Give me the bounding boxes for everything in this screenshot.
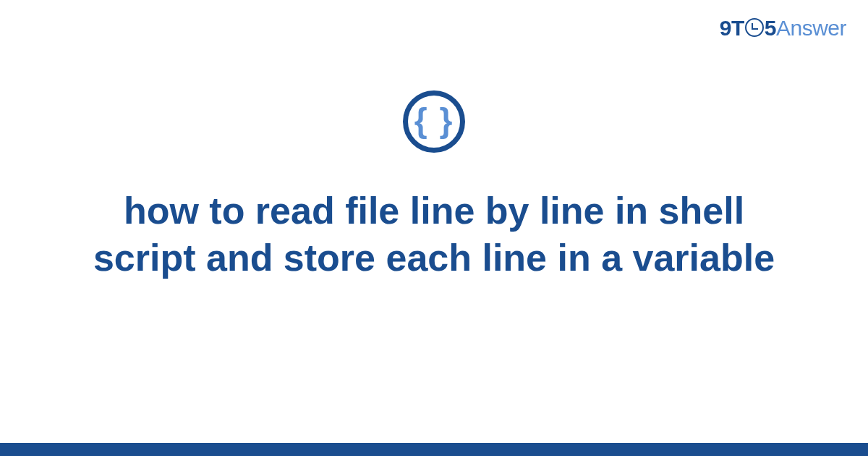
logo-text-5: 5 <box>765 16 776 41</box>
main-content: { } how to read file line by line in she… <box>0 90 868 282</box>
site-logo: 9T 5 Answer <box>720 16 846 41</box>
topic-icon-circle: { } <box>403 90 465 153</box>
logo-text-9t: 9T <box>720 16 744 41</box>
logo-text-answer: Answer <box>776 16 846 41</box>
clock-icon <box>745 18 764 37</box>
code-braces-icon: { } <box>414 104 454 137</box>
page-title: how to read file line by line in shell s… <box>51 187 817 282</box>
footer-bar <box>0 443 868 456</box>
